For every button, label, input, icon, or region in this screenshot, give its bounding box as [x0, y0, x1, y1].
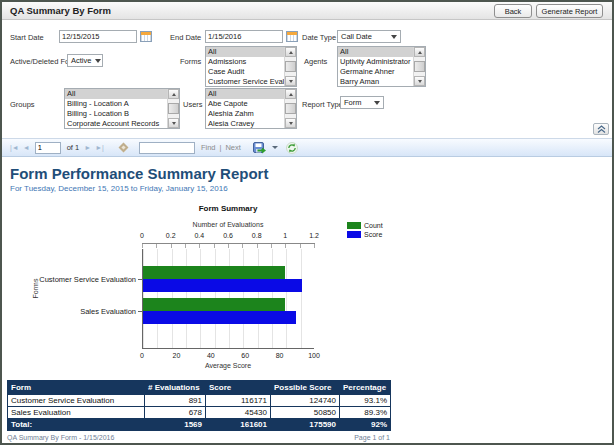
scrollbar-thumb[interactable]: [414, 61, 425, 72]
scrollbar-thumb[interactable]: [285, 103, 296, 114]
scroll-up-icon[interactable]: [285, 47, 296, 57]
users-label: Users: [183, 100, 203, 109]
scrollbar-thumb[interactable]: [168, 103, 179, 114]
list-option[interactable]: Barry Aman: [338, 77, 413, 86]
end-date-label: End Date: [170, 33, 201, 42]
count-bar-sales: [143, 298, 285, 311]
scroll-down-icon[interactable]: [168, 118, 179, 128]
bottom-axis-tick: 40: [207, 352, 215, 359]
top-axis-title: Number of Evaluations: [142, 221, 314, 228]
top-axis-tick: 0: [140, 232, 144, 239]
list-option[interactable]: All: [338, 47, 413, 57]
double-chevron-up-icon: [597, 125, 606, 133]
bottom-axis-tick: 60: [241, 352, 249, 359]
column-header: Score: [206, 381, 271, 395]
report-title: Form Performance Summary Report: [10, 165, 268, 182]
back-button[interactable]: Back: [494, 4, 532, 18]
back-to-parent-report-icon[interactable]: [118, 143, 128, 153]
top-axis-tick: 1: [283, 232, 287, 239]
export-icon[interactable]: [253, 142, 266, 154]
scroll-down-icon[interactable]: [285, 118, 296, 128]
score-bar-customer-service: [143, 279, 302, 292]
list-option[interactable]: All: [206, 47, 284, 57]
find-text-input[interactable]: [139, 142, 195, 154]
groups-listbox[interactable]: All Billing - Location A Billing - Locat…: [64, 88, 180, 129]
report-viewer-toolbar: |◄ ◄ of 1 ► ►| Find | Next: [2, 138, 612, 157]
list-option[interactable]: Billing - Location B: [65, 109, 167, 119]
report-type-label: Report Type: [302, 100, 343, 109]
previous-page-icon[interactable]: ◄: [23, 144, 30, 151]
scrollbar[interactable]: [167, 89, 179, 128]
top-axis-tick: 0.8: [252, 232, 262, 239]
scroll-up-icon[interactable]: [168, 89, 179, 99]
list-option[interactable]: All: [65, 89, 167, 99]
list-option[interactable]: Corporate Account Records: [65, 119, 167, 128]
score-cell: 45430: [206, 407, 271, 419]
agents-listbox[interactable]: All Uptivity Administrator Germaine Ahne…: [337, 46, 426, 87]
find-next-link[interactable]: Next: [225, 143, 240, 152]
list-option[interactable]: Alesia Cravey: [206, 119, 284, 128]
list-option[interactable]: Customer Service Evaluation: [206, 77, 284, 86]
score-bar-sales: [143, 311, 296, 324]
scrollbar[interactable]: [284, 47, 296, 86]
evaluations-cell: 891: [145, 395, 206, 407]
table-row: Sales Evaluation 678 45430 50850 89.3%: [8, 407, 391, 419]
start-date-input[interactable]: [59, 30, 137, 43]
count-bar-customer-service: [143, 266, 285, 279]
end-date-calendar-icon[interactable]: [286, 31, 298, 42]
first-page-icon[interactable]: |◄: [10, 144, 19, 151]
find-link[interactable]: Find: [201, 143, 216, 152]
chart-title: Form Summary: [142, 204, 314, 213]
active-deleted-forms-value: Active: [71, 56, 91, 65]
forms-label: Forms: [180, 57, 201, 66]
start-date-calendar-icon[interactable]: [140, 31, 152, 42]
list-option[interactable]: Billing - Location A: [65, 99, 167, 109]
percentage-cell: 89.3%: [340, 407, 391, 419]
category-tick: [138, 311, 142, 312]
list-option[interactable]: Aleshia Zahm: [206, 109, 284, 119]
export-dropdown-icon[interactable]: [270, 146, 282, 149]
summary-table: Form # Evaluations Score Possible Score …: [7, 380, 391, 431]
list-option[interactable]: All: [206, 89, 284, 99]
list-option[interactable]: Admissions: [206, 57, 284, 67]
scrollbar[interactable]: [413, 47, 425, 86]
scroll-down-icon[interactable]: [414, 76, 425, 86]
category-tick: [138, 279, 142, 280]
top-axis-tick: 1.2: [309, 232, 319, 239]
collapse-filters-button[interactable]: [593, 123, 609, 135]
end-date-input[interactable]: [205, 30, 283, 43]
refresh-icon[interactable]: [286, 142, 298, 154]
filter-panel: Start Date End Date Date Type Call Date …: [2, 20, 612, 138]
report-type-value: Form: [344, 98, 362, 107]
scrollbar-thumb[interactable]: [285, 61, 296, 72]
active-deleted-forms-select[interactable]: Active: [67, 54, 103, 67]
report-type-select[interactable]: Form: [340, 96, 384, 109]
generate-report-button[interactable]: Generate Report: [536, 4, 603, 18]
percentage-cell: 93.1%: [340, 395, 391, 407]
legend-item: Score: [347, 231, 383, 238]
list-option[interactable]: Germaine Ahner: [338, 67, 413, 77]
chart-plot-area: [142, 249, 314, 349]
possible-score-cell: 50850: [271, 407, 340, 419]
find-next-divider: |: [219, 143, 221, 152]
next-page-icon[interactable]: ►: [84, 144, 91, 151]
list-option[interactable]: Uptivity Administrator: [338, 57, 413, 67]
scroll-up-icon[interactable]: [414, 47, 425, 57]
table-row: Customer Service Evaluation 891 116171 1…: [8, 395, 391, 407]
forms-listbox[interactable]: All Admissions Case Audit Customer Servi…: [205, 46, 297, 87]
legend-item: Count: [347, 222, 383, 229]
scroll-down-icon[interactable]: [285, 76, 296, 86]
last-page-icon[interactable]: ►|: [95, 144, 104, 151]
list-option[interactable]: Case Audit: [206, 67, 284, 77]
bottom-axis-tick: 100: [308, 352, 320, 359]
page-number-input[interactable]: [35, 142, 61, 154]
date-type-select[interactable]: Call Date: [337, 30, 401, 43]
top-axis-tick: 0.6: [223, 232, 233, 239]
window-title: QA Summary By Form: [10, 5, 111, 16]
column-header: Percentage: [340, 381, 391, 395]
scroll-up-icon[interactable]: [285, 89, 296, 99]
users-listbox[interactable]: All Abe Capote Aleshia Zahm Alesia Crave…: [205, 88, 297, 129]
scrollbar[interactable]: [284, 89, 296, 128]
list-option[interactable]: Abe Capote: [206, 99, 284, 109]
top-axis-tick: 0.2: [166, 232, 176, 239]
